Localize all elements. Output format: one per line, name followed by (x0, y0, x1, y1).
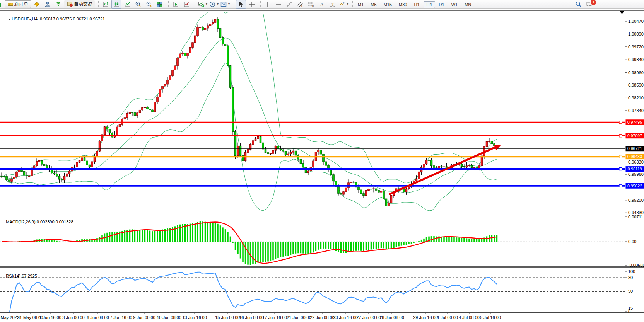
svg-text:7 Jun 16:00: 7 Jun 16:00 (110, 315, 132, 320)
svg-text:0.95960: 0.95960 (628, 172, 644, 177)
vertical-line-icon (264, 1, 271, 8)
new-chart-button[interactable]: ▾ (197, 0, 208, 9)
line-handle[interactable] (619, 155, 622, 158)
svg-text:28 Jun 08:00: 28 Jun 08:00 (379, 315, 404, 320)
fibonacci-icon: F (307, 1, 314, 8)
auto-trading-button[interactable]: 自动交易 (64, 0, 95, 8)
bar-chart-button[interactable] (101, 0, 111, 9)
chat-button[interactable]: 1 (584, 0, 594, 9)
text-label-button[interactable]: T (328, 0, 338, 9)
svg-text:A: A (320, 2, 324, 7)
timeframe-button-MN[interactable]: MN (461, 1, 474, 8)
periods-button[interactable]: ▾ (208, 0, 219, 9)
tile-windows-icon (156, 1, 163, 8)
svg-text:1.00470: 1.00470 (628, 19, 644, 24)
svg-text:3 Jun 00:00: 3 Jun 00:00 (62, 315, 85, 320)
svg-text:10 Jun 08:00: 10 Jun 08:00 (157, 315, 181, 320)
timeframe-button-M5[interactable]: M5 (367, 1, 379, 8)
templates-icon (220, 1, 227, 8)
cursor-button[interactable] (236, 0, 246, 9)
svg-text:0.99340: 0.99340 (628, 57, 644, 62)
rsi-line (4, 272, 497, 315)
svg-text:80: 80 (628, 275, 633, 280)
zoom-in-icon (135, 1, 142, 8)
favorites-button[interactable] (32, 0, 42, 9)
signals-button[interactable] (53, 0, 63, 9)
vertical-line-button[interactable] (263, 0, 273, 9)
equidistant-channel-button[interactable]: E (295, 0, 305, 9)
equidistant-channel-icon: E (297, 1, 304, 8)
chart-shift-icon (183, 1, 190, 8)
candlesticks (1, 17, 498, 213)
templates-button[interactable]: ▾ (220, 0, 230, 9)
svg-text:0.98590: 0.98590 (628, 83, 644, 87)
svg-text:0.96119: 0.96119 (627, 167, 642, 171)
rsi-indicator-label: RSI(14) 67.2925 (1, 269, 37, 283)
chart-symbol-period: USDCHF-,H4 (12, 17, 38, 21)
svg-text:1 Jun 16:00: 1 Jun 16:00 (39, 315, 61, 320)
line-handle[interactable] (619, 168, 622, 170)
toolbar-separator (193, 1, 195, 7)
zoom-out-button[interactable] (144, 0, 154, 9)
fibonacci-button[interactable]: F (306, 0, 316, 9)
line-chart-button[interactable] (122, 0, 132, 9)
svg-text:27 Jun 00:00: 27 Jun 00:00 (356, 315, 381, 320)
svg-text:0.96483: 0.96483 (627, 154, 642, 159)
svg-text:0.97495: 0.97495 (627, 120, 642, 124)
arrows-button[interactable]: ▾ (338, 0, 349, 9)
arrows-icon (339, 1, 346, 8)
horizontal-line-button[interactable] (273, 0, 284, 9)
new-order-icon (7, 1, 14, 7)
svg-text:0.98960: 0.98960 (628, 70, 644, 75)
timeframe-button-M1[interactable]: M1 (355, 1, 367, 8)
trendline-button[interactable] (284, 0, 294, 9)
chart-ohlc-values: 0.96817 0.96876 0.96721 0.96721 (40, 17, 105, 21)
accounts-icon (44, 1, 51, 8)
candlestick-chart-icon (113, 1, 120, 8)
timeframe-button-H1[interactable]: H1 (411, 1, 422, 8)
tile-windows-button[interactable] (155, 0, 165, 9)
candlestick-chart-button[interactable] (111, 0, 121, 9)
timeframe-button-M30[interactable]: M30 (396, 1, 410, 8)
text-label-icon: T (329, 1, 336, 8)
line-handle[interactable] (619, 135, 622, 137)
svg-text:15 Jun 00:00: 15 Jun 00:00 (215, 315, 240, 320)
zoom-in-button[interactable] (133, 0, 143, 9)
chart-canvas[interactable]: 0.974950.970970.967210.964830.961190.956… (0, 0, 644, 322)
toolbar-separator (97, 1, 99, 7)
search-button[interactable] (573, 0, 583, 9)
svg-text:6 Jun 08:00: 6 Jun 08:00 (87, 315, 109, 320)
crosshair-icon (248, 1, 255, 8)
svg-text:30 May 2022: 30 May 2022 (0, 315, 19, 320)
chart-shift-button[interactable] (181, 0, 191, 9)
timeframe-button-W1[interactable]: W1 (448, 1, 461, 8)
svg-text:16 Jun 08:00: 16 Jun 08:00 (239, 315, 264, 320)
text-button[interactable]: A (317, 0, 327, 9)
new-order-label: 新订单 (14, 1, 28, 7)
axes: 1.004701.000900.997200.993400.989600.985… (0, 10, 644, 320)
toolbar-separator (232, 1, 234, 7)
timeframe-button-H4[interactable]: H4 (424, 1, 435, 8)
horizontal-line-icon (275, 1, 282, 8)
new-order-button[interactable]: 新订单 (5, 0, 31, 8)
chart-title: ▾USDCHF-,H4 0.96817 0.96876 0.96721 0.96… (4, 12, 105, 26)
chart-fragment-icon (0, 0, 4, 9)
line-handle[interactable] (619, 121, 622, 124)
signals-icon (55, 1, 62, 8)
svg-text:-0.006888: -0.006888 (628, 263, 644, 267)
timeframe-button-D1[interactable]: D1 (436, 1, 448, 8)
accounts-button[interactable] (43, 0, 53, 9)
line-handle[interactable] (619, 184, 622, 187)
timeframe-button-M15[interactable]: M15 (381, 1, 395, 8)
auto-scroll-icon (172, 1, 179, 8)
cursor-icon (237, 1, 244, 8)
new-chart-icon (198, 1, 205, 8)
svg-text:0.00711: 0.00711 (628, 215, 643, 219)
svg-text:5 Jul 16:00: 5 Jul 16:00 (480, 315, 501, 320)
svg-text:0.97097: 0.97097 (627, 133, 642, 138)
auto-scroll-button[interactable] (171, 0, 181, 9)
auto-trading-label: 自动交易 (74, 1, 92, 7)
timeframe-group: M1M5M15M30H1H4D1W1MN (354, 1, 475, 8)
crosshair-button[interactable] (247, 0, 257, 9)
svg-text:0.97840: 0.97840 (628, 108, 644, 113)
